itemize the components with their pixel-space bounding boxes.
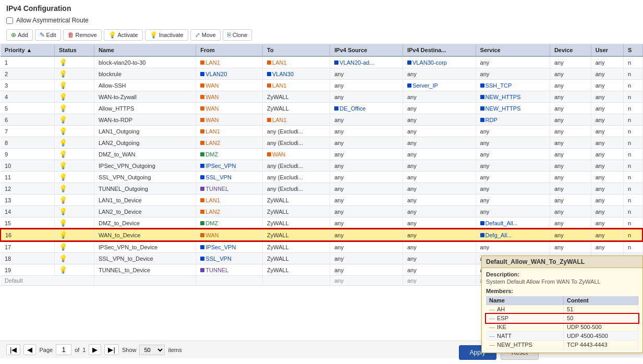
- cell-from: WAN: [196, 80, 263, 91]
- table-row[interactable]: 11 💡 SSL_VPN_Outgoing SSL_VPN any (Exclu…: [1, 172, 642, 183]
- table-row[interactable]: 12 💡 TUNNEL_Outgoing TUNNEL any (Excludi…: [1, 183, 642, 195]
- cell-ipv4dst: any: [403, 229, 476, 241]
- table-header-row: Priority ▲ Status Name From To IPv4 Sour…: [1, 44, 642, 56]
- edit-button[interactable]: ✎ Edit: [35, 29, 61, 41]
- cell-ipv4dst: any: [403, 183, 476, 195]
- edit-icon: ✎: [40, 31, 45, 39]
- cell-to: ZyWALL: [263, 241, 330, 253]
- table-row[interactable]: 5 💡 Allow_HTTPS WAN ZyWALL DE_Office any…: [1, 103, 642, 114]
- cell-ipv4src: any: [330, 160, 403, 172]
- cell-ipv4src: any: [330, 114, 403, 126]
- cell-status: 💡: [55, 172, 94, 183]
- inactivate-button[interactable]: 💡 Inactivate: [145, 29, 188, 41]
- cell-name: IPSec_VPN_to_Device: [94, 241, 196, 253]
- cell-status: 💡: [55, 149, 94, 160]
- tooltip-member-row[interactable]: —IKE UDP 500-500: [486, 323, 638, 332]
- remove-button[interactable]: 🗑 Remove: [63, 29, 102, 41]
- cell-to: ZyWALL: [263, 206, 330, 217]
- table-row[interactable]: 3 💡 Allow-SSH WAN LAN1 any Server_IP SSH…: [1, 80, 642, 91]
- cell-service: Default_All...: [476, 217, 550, 229]
- table-row[interactable]: 13 💡 LAN1_to_Device LAN1 ZyWALL any any …: [1, 195, 642, 206]
- cell-name: TUNNEL_to_Device: [94, 264, 196, 276]
- table-row[interactable]: 2 💡 blockrule VLAN20 VLAN30 any any any …: [1, 68, 642, 80]
- cell-status: 💡: [55, 206, 94, 217]
- first-page-btn[interactable]: |◀: [6, 344, 20, 355]
- default-label: Default: [1, 276, 94, 286]
- cell-user: any: [591, 206, 623, 217]
- cell-ipv4dst: Server_IP: [403, 80, 476, 91]
- table-row[interactable]: 15 💡 DMZ_to_Device DMZ ZyWALL any any De…: [1, 217, 642, 229]
- tooltip-member-row[interactable]: —AH 51: [486, 305, 638, 314]
- cell-user: any: [591, 195, 623, 206]
- cell-s: n: [623, 149, 642, 160]
- table-row[interactable]: 1 💡 block-vlan20-to-30 LAN1 LAN1 VLAN20-…: [1, 56, 642, 68]
- cell-service: NEW_HTTPS: [476, 91, 550, 103]
- allow-asymmetrical-section: Allow Asymmetrical Route: [0, 15, 643, 26]
- table-row[interactable]: 16 💡 WAN_to_Device WAN ZyWALL any any De…: [1, 229, 642, 241]
- cell-user: any: [591, 137, 623, 149]
- show-count-select[interactable]: 50 10 20 100: [139, 345, 165, 355]
- move-button[interactable]: ⤢ Move: [190, 29, 221, 41]
- cell-user: any: [591, 114, 623, 126]
- page-number-input[interactable]: [56, 344, 71, 355]
- clone-button[interactable]: ⎘ Clone: [223, 29, 252, 41]
- table-row[interactable]: 4 💡 WAN-to-Zywall WAN ZyWALL any any NEW…: [1, 91, 642, 103]
- add-button[interactable]: ⊕ Add: [6, 29, 33, 41]
- cell-priority: 3: [1, 80, 55, 91]
- cell-priority: 5: [1, 103, 55, 114]
- activate-icon: 💡: [108, 31, 116, 39]
- cell-to: VLAN30: [263, 68, 330, 80]
- table-row[interactable]: 6 💡 WAN-to-RDP WAN LAN1 any any RDP any …: [1, 114, 642, 126]
- last-page-btn[interactable]: ▶|: [104, 344, 118, 355]
- tooltip-member-name: —NATT: [486, 332, 564, 341]
- cell-ipv4src: any: [330, 229, 403, 241]
- cell-status: 💡: [55, 68, 94, 80]
- cell-user: any: [591, 103, 623, 114]
- tooltip-col-content: Content: [564, 296, 638, 305]
- toolbar: ⊕ Add ✎ Edit 🗑 Remove 💡 Activate 💡 Inact…: [0, 26, 643, 44]
- cell-ipv4src: any: [330, 206, 403, 217]
- cell-to: ZyWALL: [263, 195, 330, 206]
- cell-status: 💡: [55, 195, 94, 206]
- cell-user: any: [591, 149, 623, 160]
- table-row[interactable]: 8 💡 LAN2_Outgoing LAN2 any (Excludi... a…: [1, 137, 642, 149]
- cell-device: any: [550, 114, 591, 126]
- tooltip-member-row[interactable]: —ESP 50: [486, 314, 638, 323]
- cell-name: LAN1_to_Device: [94, 195, 196, 206]
- cell-status: 💡: [55, 91, 94, 103]
- next-page-btn[interactable]: ▶: [89, 344, 101, 355]
- cell-to: ZyWALL: [263, 229, 330, 241]
- add-icon: ⊕: [11, 31, 16, 39]
- table-row[interactable]: 14 💡 LAN2_to_Device LAN2 ZyWALL any any …: [1, 206, 642, 217]
- prev-page-btn[interactable]: ◀: [23, 344, 36, 355]
- activate-button[interactable]: 💡 Activate: [104, 29, 143, 41]
- tooltip-members-table: Name Content —AH 51 —ESP 50 —IKE UDP 500…: [486, 296, 638, 349]
- cell-device: any: [550, 103, 591, 114]
- cell-to: LAN1: [263, 114, 330, 126]
- cell-name: LAN2_Outgoing: [94, 137, 196, 149]
- cell-from: IPSec_VPN: [196, 241, 263, 253]
- tooltip-member-row[interactable]: —NEW_HTTPS TCP 4443-4443: [486, 341, 638, 349]
- cell-ipv4dst: any: [403, 68, 476, 80]
- page-title: IPv4 Configuration: [0, 0, 643, 15]
- cell-priority: 6: [1, 114, 55, 126]
- table-row[interactable]: 9 💡 DMZ_to_WAN DMZ WAN any any any any a…: [1, 149, 642, 160]
- cell-ipv4src: any: [330, 195, 403, 206]
- table-row[interactable]: 10 💡 IPSec_VPN_Outgoing IPSec_VPN any (E…: [1, 160, 642, 172]
- cell-from: VLAN20: [196, 68, 263, 80]
- tooltip-desc-label: Description:: [486, 271, 638, 277]
- table-row[interactable]: 7 💡 LAN1_Outgoing LAN1 any (Excludi... a…: [1, 126, 642, 137]
- allow-asymmetrical-checkbox[interactable]: [6, 17, 13, 24]
- cell-ipv4dst: any: [403, 217, 476, 229]
- cell-service: any: [476, 137, 550, 149]
- tooltip-member-row[interactable]: —NATT UDP 4500-4500: [486, 332, 638, 341]
- table-row[interactable]: 17 💡 IPSec_VPN_to_Device IPSec_VPN ZyWAL…: [1, 241, 642, 253]
- cell-to: ZyWALL: [263, 217, 330, 229]
- cell-device: any: [550, 91, 591, 103]
- cell-name: IPSec_VPN_Outgoing: [94, 160, 196, 172]
- cell-device: any: [550, 217, 591, 229]
- cell-to: any (Excludi...: [263, 160, 330, 172]
- cell-name: WAN-to-Zywall: [94, 91, 196, 103]
- cell-to: ZyWALL: [263, 264, 330, 276]
- cell-name: WAN-to-RDP: [94, 114, 196, 126]
